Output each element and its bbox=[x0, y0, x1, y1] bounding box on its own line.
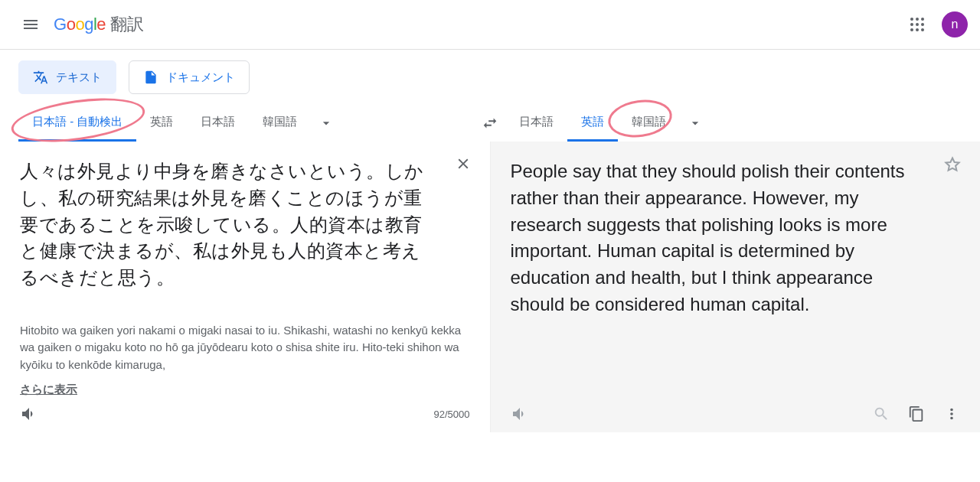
source-footer-icons bbox=[20, 405, 38, 423]
mode-document-label: ドキュメント bbox=[166, 70, 235, 85]
more-vert-icon bbox=[943, 405, 960, 422]
account-avatar[interactable]: n bbox=[942, 11, 968, 37]
listen-source-button[interactable] bbox=[20, 405, 38, 423]
target-panel: People say that they should polish their… bbox=[490, 142, 981, 432]
svg-point-4 bbox=[916, 23, 919, 26]
show-more-button[interactable]: さらに表示 bbox=[20, 383, 77, 397]
source-footer: 92/5000 bbox=[20, 405, 470, 423]
mode-document-button[interactable]: ドキュメント bbox=[129, 60, 250, 94]
product-name: 翻訳 bbox=[110, 13, 144, 36]
speaker-icon bbox=[511, 405, 529, 423]
target-lang-english[interactable]: 英語 bbox=[567, 105, 618, 142]
apps-grid-icon bbox=[910, 17, 925, 32]
close-icon bbox=[455, 155, 472, 172]
target-lang-korean[interactable]: 韓国語 bbox=[618, 105, 680, 142]
source-lang-detect[interactable]: 日本語 - 自動検出 bbox=[18, 105, 136, 142]
target-lang-more[interactable] bbox=[680, 108, 710, 138]
speaker-icon bbox=[20, 405, 38, 423]
main-menu-button[interactable] bbox=[12, 6, 49, 43]
search-button[interactable] bbox=[873, 405, 890, 422]
translate-icon bbox=[33, 70, 48, 85]
source-lang-more[interactable] bbox=[311, 108, 341, 138]
target-footer bbox=[511, 405, 961, 423]
target-lang-japanese[interactable]: 日本語 bbox=[505, 105, 567, 142]
header-right: n bbox=[902, 9, 968, 40]
mode-text-label: テキスト bbox=[56, 70, 102, 85]
swap-horiz-icon bbox=[482, 115, 498, 132]
app-header: Google 翻訳 n bbox=[0, 0, 980, 49]
svg-point-6 bbox=[910, 28, 913, 31]
google-apps-button[interactable] bbox=[902, 9, 933, 40]
character-count: 92/5000 bbox=[434, 409, 470, 420]
search-icon bbox=[873, 405, 890, 422]
target-lang-tabs: 日本語 英語 韓国語 bbox=[505, 105, 962, 142]
svg-point-1 bbox=[916, 18, 919, 21]
input-mode-row: テキスト ドキュメント bbox=[0, 50, 980, 105]
swap-languages-button[interactable] bbox=[475, 108, 505, 138]
source-textarea[interactable]: 人々は外見より中身を磨きなさいという。しかし、私の研究結果は外見を磨くことのほう… bbox=[20, 158, 470, 291]
translation-output: People say that they should polish their… bbox=[511, 158, 961, 318]
copy-translation-button[interactable] bbox=[908, 405, 925, 422]
listen-target-button[interactable] bbox=[511, 405, 529, 423]
target-footer-right bbox=[873, 405, 960, 422]
header-left: Google 翻訳 bbox=[12, 6, 144, 43]
mode-text-button[interactable]: テキスト bbox=[18, 60, 116, 94]
source-lang-english[interactable]: 英語 bbox=[136, 105, 187, 142]
translation-panels: 人々は外見より中身を磨きなさいという。しかし、私の研究結果は外見を磨くことのほう… bbox=[0, 142, 980, 432]
source-lang-japanese[interactable]: 日本語 bbox=[187, 105, 249, 142]
source-transliteration: Hitobito wa gaiken yori nakami o migaki … bbox=[20, 322, 470, 374]
app-logo[interactable]: Google 翻訳 bbox=[54, 13, 144, 36]
star-outline-icon bbox=[943, 155, 962, 174]
source-panel: 人々は外見より中身を磨きなさいという。しかし、私の研究結果は外見を磨くことのほう… bbox=[0, 142, 490, 432]
clear-source-button[interactable] bbox=[455, 155, 472, 172]
target-footer-left bbox=[511, 405, 529, 423]
svg-point-7 bbox=[916, 28, 919, 31]
source-lang-tabs: 日本語 - 自動検出 英語 日本語 韓国語 bbox=[18, 105, 475, 142]
svg-point-5 bbox=[921, 23, 924, 26]
document-icon bbox=[143, 70, 158, 85]
language-bar: 日本語 - 自動検出 英語 日本語 韓国語 日本語 英語 韓国語 bbox=[0, 105, 980, 142]
google-wordmark: Google bbox=[54, 15, 106, 34]
chevron-down-icon bbox=[688, 116, 703, 131]
source-lang-korean[interactable]: 韓国語 bbox=[249, 105, 311, 142]
svg-point-2 bbox=[921, 18, 924, 21]
copy-icon bbox=[908, 405, 925, 422]
svg-point-8 bbox=[921, 28, 924, 31]
avatar-initial: n bbox=[952, 18, 959, 31]
svg-point-0 bbox=[910, 18, 913, 21]
hamburger-icon bbox=[21, 15, 40, 34]
chevron-down-icon bbox=[318, 116, 334, 131]
more-options-button[interactable] bbox=[943, 405, 960, 422]
save-translation-button[interactable] bbox=[943, 155, 962, 174]
svg-point-3 bbox=[910, 23, 913, 26]
